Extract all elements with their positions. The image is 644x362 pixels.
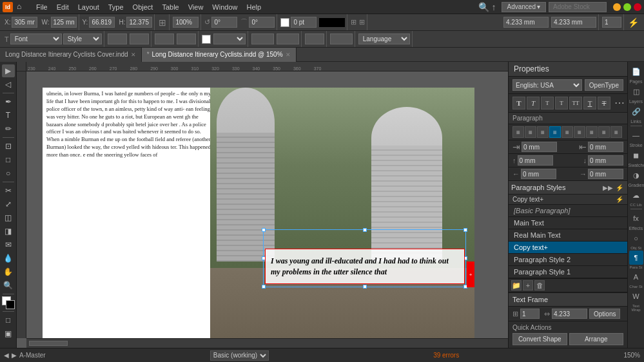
zoom-tool[interactable]: 🔍 (2, 279, 15, 292)
create-new-style-btn[interactable]: + (523, 280, 533, 291)
style-copy-text[interactable]: Copy text+ (509, 242, 627, 254)
next-page-btn[interactable]: ▶ (12, 352, 17, 359)
normal-mode-btn[interactable]: □ (2, 314, 15, 327)
bottom-scrollbar[interactable] (26, 338, 508, 348)
menu-layout[interactable]: Layout (74, 0, 103, 14)
tracking-input[interactable] (155, 33, 174, 44)
lang-select2[interactable]: Language (358, 33, 410, 44)
ps-expand-icon[interactable]: ▶▶ (603, 182, 613, 193)
text-page[interactable]: ulmein, in lower Burma, I was hated ge n… (43, 88, 217, 338)
minimize-button[interactable] (613, 3, 621, 11)
h-input[interactable] (126, 17, 152, 28)
text-overlay-frame[interactable]: I was young and ill-educated and I had h… (265, 249, 465, 284)
text-wrap-panel-btn[interactable]: W (629, 289, 643, 303)
shear-input[interactable] (249, 17, 275, 28)
direct-selection-tool[interactable]: ◁ (2, 78, 15, 91)
style-main-text[interactable]: Main Text (509, 217, 627, 229)
canvas-area[interactable]: 230 240 250 260 270 280 290 300 310 320 … (17, 62, 508, 348)
baseline-input[interactable] (305, 33, 324, 44)
text-color-select[interactable] (213, 33, 246, 44)
stroke-color-swatch[interactable] (280, 18, 289, 27)
ps-add-style-icon[interactable]: ⚡ (614, 182, 625, 193)
stroke-style-preview[interactable] (319, 18, 345, 27)
handle-tl[interactable] (262, 228, 266, 232)
rectangle-frame-tool[interactable]: ⊡ (2, 140, 15, 153)
convert-shape-button[interactable]: Convert Shape (512, 333, 567, 345)
typo-btn-T1[interactable]: T (512, 97, 525, 110)
typo-btn-T4[interactable]: T (555, 97, 568, 110)
leading-input[interactable] (130, 33, 149, 44)
align-justify-last-right-btn[interactable]: ≡ (586, 126, 598, 138)
align-left-btn[interactable]: ≡ (512, 126, 524, 138)
options-button[interactable]: Options (589, 309, 620, 319)
x-input[interactable] (12, 17, 37, 28)
style-basic-paragraph[interactable]: [Basic Paragraph] (509, 205, 627, 217)
stroke-panel-btn[interactable]: — (629, 128, 643, 142)
close-button[interactable] (634, 3, 641, 11)
horizontal-scrollbar-thumb[interactable] (29, 341, 68, 346)
first-indent-input[interactable] (522, 142, 557, 152)
effects-panel-btn[interactable]: fx (629, 211, 643, 225)
w-input[interactable] (51, 17, 77, 28)
prev-page-btn[interactable]: ◀ (4, 352, 9, 359)
more-options-button[interactable]: ⋯ (613, 98, 626, 108)
typo-btn-T7[interactable]: T (598, 97, 610, 110)
note-tool[interactable]: ✉ (2, 238, 15, 251)
gradient-feather-tool[interactable]: ◨ (2, 225, 15, 238)
adobe-stock-search[interactable] (549, 2, 607, 12)
typo-btn-T6[interactable]: T (583, 97, 596, 110)
tab-1-close[interactable]: ✕ (131, 52, 136, 58)
mode-button[interactable]: Advanced ▾ (502, 2, 546, 12)
y-input[interactable] (89, 17, 115, 28)
columns-input[interactable] (520, 309, 540, 319)
x-scale-input[interactable] (251, 33, 274, 44)
font-family-select[interactable]: Font (10, 33, 62, 44)
create-new-group-btn[interactable]: 📁 (511, 280, 522, 291)
menu-table[interactable]: Table (158, 0, 182, 14)
towards-spine-btn[interactable]: ≡ (610, 126, 622, 138)
handle-bl[interactable] (262, 285, 266, 289)
typo-btn-T2[interactable]: T (527, 97, 540, 110)
stroke-input[interactable] (291, 17, 317, 28)
tab-2-close[interactable]: ✕ (286, 52, 291, 58)
scissors-tool[interactable]: ✂ (2, 184, 15, 197)
paragraph-styles-panel-btn[interactable]: ¶ (629, 251, 643, 265)
right-indent-input2[interactable] (588, 169, 623, 179)
text-color-swatch[interactable] (202, 35, 211, 44)
selection-tool[interactable]: ▶ (2, 64, 15, 77)
preview-mode-btn[interactable]: ▣ (2, 327, 15, 340)
pen-tool[interactable]: ✒ (2, 95, 15, 108)
pages-input[interactable] (602, 17, 621, 28)
tab-1[interactable]: Long Distance Itinerary Cyclists Cover.i… (0, 48, 142, 62)
maximize-button[interactable] (623, 3, 631, 11)
menu-type[interactable]: Type (104, 0, 128, 14)
delete-style-btn[interactable]: 🗑 (534, 280, 545, 291)
style-real-main-text[interactable]: Real Main Text (509, 229, 627, 242)
cc-libraries-panel-btn[interactable]: ☁ (629, 188, 643, 202)
pages-select[interactable]: Basic (working) (210, 350, 269, 361)
layers-panel-btn[interactable]: ◫ (629, 84, 643, 99)
zoom-input[interactable] (173, 17, 199, 28)
skew-input[interactable] (330, 33, 353, 44)
font-style-select[interactable]: Style (63, 33, 102, 44)
handle-bm[interactable] (363, 285, 367, 289)
gradient-panel-btn[interactable]: ◑ (629, 168, 643, 182)
swatches-panel-btn[interactable]: ◼ (629, 148, 643, 162)
menu-object[interactable]: Object (129, 0, 157, 14)
character-styles-panel-btn[interactable]: A (629, 270, 643, 284)
menu-file[interactable]: File (32, 0, 52, 14)
align-justify-last-center-btn[interactable]: ≡ (574, 126, 585, 138)
arrange-button[interactable]: Arrange (569, 333, 624, 345)
typo-btn-T5[interactable]: TT (569, 97, 582, 110)
gradient-swatch-tool[interactable]: ◫ (2, 211, 15, 224)
hand-tool[interactable]: ✋ (2, 265, 15, 278)
search-icon[interactable]: 🔍 (478, 2, 489, 12)
overset-indicator[interactable]: + (467, 262, 474, 287)
style-paragraph-1[interactable]: Paragraph Style 1 (509, 266, 627, 278)
right-indent-input[interactable] (588, 142, 623, 152)
errors-indicator[interactable]: 39 errors (433, 352, 459, 359)
rectangle-tool[interactable]: □ (2, 153, 15, 166)
frame-width-input[interactable] (552, 309, 587, 319)
align-justify-all-btn[interactable]: ≡ (598, 126, 610, 138)
eyedropper-tool[interactable]: 💧 (2, 252, 15, 265)
